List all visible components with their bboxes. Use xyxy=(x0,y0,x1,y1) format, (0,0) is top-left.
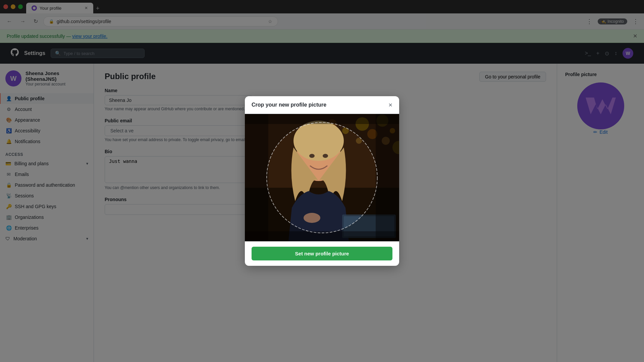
browser-window: Your profile ✕ + ← → ↻ 🔒 github.com/sett… xyxy=(0,0,644,362)
crop-photo xyxy=(245,114,399,241)
crop-modal: Crop your new profile picture × xyxy=(245,96,399,266)
modal-footer: Set new profile picture xyxy=(245,241,399,266)
modal-close-button[interactable]: × xyxy=(388,102,392,108)
svg-point-17 xyxy=(323,154,328,158)
modal-title: Crop your new profile picture xyxy=(252,102,326,108)
modal-header: Crop your new profile picture × xyxy=(245,96,399,114)
image-crop-area[interactable] xyxy=(245,114,399,241)
svg-point-16 xyxy=(309,154,315,158)
svg-point-20 xyxy=(304,213,320,223)
modal-body xyxy=(245,114,399,241)
set-profile-picture-button[interactable]: Set new profile picture xyxy=(252,247,392,260)
modal-overlay[interactable]: Crop your new profile picture × xyxy=(0,0,644,362)
